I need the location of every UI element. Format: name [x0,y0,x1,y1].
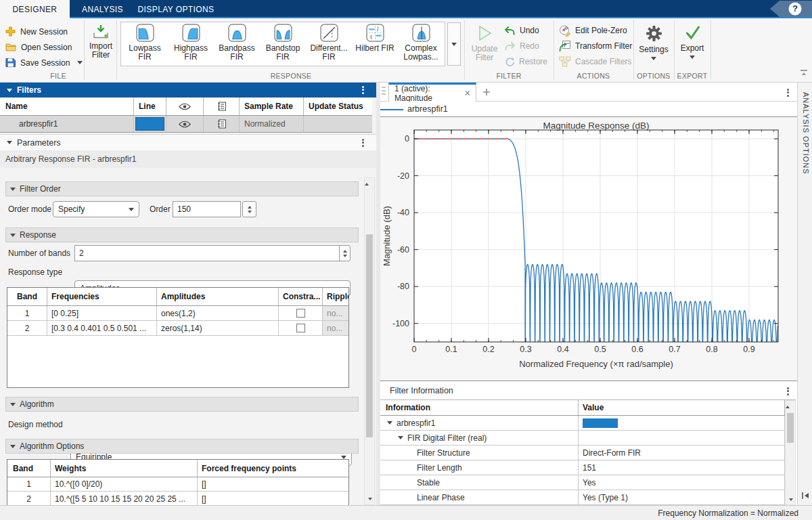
parameters-menu-icon[interactable] [362,137,364,148]
constraints-checkbox[interactable] [296,324,305,332]
settings-caret-icon [651,57,656,60]
svg-text:0: 0 [412,345,417,354]
dock-left-icon[interactable] [801,492,809,500]
response-hilbert-fir[interactable]: j-j Hilbert FIR [353,24,397,53]
response-bandpass-fir[interactable]: Bandpass FIR [215,24,259,62]
svg-text:0.2: 0.2 [482,345,494,354]
cascade-filters-button[interactable]: Cascade Filters [559,56,631,68]
edit-pole-zero-button[interactable]: Edit Pole-Zero [559,24,627,37]
parameters-panel-header[interactable]: Parameters [0,134,376,150]
options-section-label: OPTIONS [633,72,674,80]
gallery-caret-icon [451,43,457,46]
svg-text:-60: -60 [397,245,409,255]
figure-tab-magnitude[interactable]: 1 (active): Magnitude [388,83,476,102]
hilbert-fir-icon: j-j [366,24,384,42]
line-color-cell[interactable] [134,116,166,132]
gallery-dropdown-button[interactable] [447,22,461,66]
close-icon[interactable] [465,90,470,96]
import-filter-button[interactable]: Import Filter [85,24,116,60]
expander-icon[interactable] [387,421,392,425]
svg-text:-j: -j [369,33,371,39]
weights-table-row[interactable]: 1 10.^([0 0]/20) [] [7,477,348,492]
constraints-checkbox[interactable] [296,309,305,318]
tab-analysis[interactable]: ANALYSIS [70,0,135,18]
expander-icon[interactable] [398,436,403,439]
number-of-bands-input[interactable]: 2 [74,245,340,261]
export-button[interactable]: Export [675,25,709,59]
step-down-icon[interactable] [248,211,252,213]
response-section-label: RESPONSE [120,72,461,80]
parameters-scrollbar[interactable] [364,177,375,505]
bands-stepper[interactable] [339,245,351,261]
tab-display-options[interactable]: DISPLAY OPTIONS [135,0,217,18]
scroll-down-icon[interactable] [368,498,372,500]
scroll-up-icon[interactable] [365,183,369,186]
response-section-header[interactable]: Response [5,228,359,242]
filter-notes-button[interactable] [204,116,240,132]
filter-info-scrollbar[interactable] [785,400,796,505]
tab-drag-handle[interactable] [382,87,386,98]
scrollbar-thumb[interactable] [787,413,794,443]
algorithm-section-header[interactable]: Algorithm [5,397,359,412]
new-session-button[interactable]: New Session [5,25,68,38]
order-stepper[interactable] [242,201,256,217]
info-row-filter[interactable]: arbrespfir1 [380,416,796,431]
parameters-subtitle: Arbitrary Response FIR - arbrespfir1 [0,150,376,168]
restore-button[interactable]: Restore [504,56,547,68]
response-bandstop-fir[interactable]: Bandstop FIR [261,24,305,62]
tab-designer[interactable]: DESIGNER [0,0,70,18]
info-line-swatch [583,418,618,428]
scroll-up-icon[interactable] [786,406,790,408]
parameters-collapse-icon [7,141,12,144]
scroll-down-icon[interactable] [789,498,793,501]
help-glyph: ? [792,3,798,14]
band-table-row[interactable]: 2 [0.3 0.4 0.401 0.5 0.501 ... zeros(1,1… [7,321,348,336]
order-input[interactable]: 150 [173,201,241,217]
weights-table-row[interactable]: 2 10.^([5 5 10 10 15 15 20 20 25 25 ... … [7,492,348,506]
figure-menu-icon[interactable] [787,87,789,98]
info-row-length[interactable]: Filter Length 151 [380,460,796,475]
weights-table-header: Band Weights Forced frequency points [7,460,348,477]
open-session-button[interactable]: Open Session [5,41,72,53]
response-lowpass-fir[interactable]: Lowpass FIR [122,24,167,62]
step-up-icon[interactable] [248,206,252,209]
info-row-fir[interactable]: FIR Digital Filter (real) [380,431,796,446]
magnitude-response-chart[interactable]: 00.10.20.30.40.50.60.70.80.90-20-40-60-8… [380,117,797,381]
visibility-column-header [166,98,204,115]
filters-menu-icon[interactable] [362,85,364,95]
collapse-toolstrip-button[interactable] [800,70,808,78]
redo-button[interactable]: Redo [504,40,539,52]
dropdown-caret-icon [129,208,134,211]
order-mode-dropdown[interactable]: Specify [53,201,139,217]
weights-table: Band Weights Forced frequency points 1 1… [7,459,349,505]
algorithm-options-section-header[interactable]: Algorithm Options [5,439,359,454]
filters-collapse-icon [7,89,12,92]
response-differentiator-fir[interactable]: Different... FIR [307,24,351,62]
info-row-linear-phase[interactable]: Linear Phase Yes (Type 1) [380,490,796,505]
filters-panel-header[interactable]: Filters [0,83,376,98]
help-button[interactable]: ? [770,1,812,17]
filter-row-arbrespfir1[interactable]: arbrespfir1 Normalized [0,116,372,133]
step-down-icon[interactable] [343,255,347,257]
scrollbar-thumb[interactable] [366,234,373,437]
analysis-options-strip[interactable]: ANALYSIS OPTIONS [797,83,812,505]
save-session-button[interactable]: Save Session [5,56,83,69]
visibility-toggle[interactable] [166,116,204,132]
update-filter-button[interactable]: Update Filter [468,24,501,62]
legend-label[interactable]: arbrespfir1 [407,104,448,114]
undo-button[interactable]: Undo [504,24,539,37]
info-row-structure[interactable]: Filter Structure Direct-Form FIR [380,446,796,460]
filter-info-menu-icon[interactable] [787,386,789,396]
transform-filter-button[interactable]: Transform Filter [559,40,632,52]
settings-button[interactable]: Settings [635,25,673,60]
magnitude-response-plot[interactable]: 00.10.20.30.40.50.60.70.80.90-20-40-60-8… [380,117,797,381]
new-figure-tab-button[interactable] [480,86,493,98]
filter-order-section-header[interactable]: Filter Order [5,181,359,196]
response-highpass-fir[interactable]: Highpass FIR [168,24,213,62]
response-complex-lowpass[interactable]: Complex Lowpas... [399,24,443,62]
band-table-row[interactable]: 1 [0 0.25] ones(1,2) no... [7,306,348,321]
info-column-header [204,98,240,115]
info-row-stable[interactable]: Stable Yes [380,475,796,490]
save-session-caret-icon[interactable] [77,61,83,64]
step-up-icon[interactable] [343,250,347,253]
